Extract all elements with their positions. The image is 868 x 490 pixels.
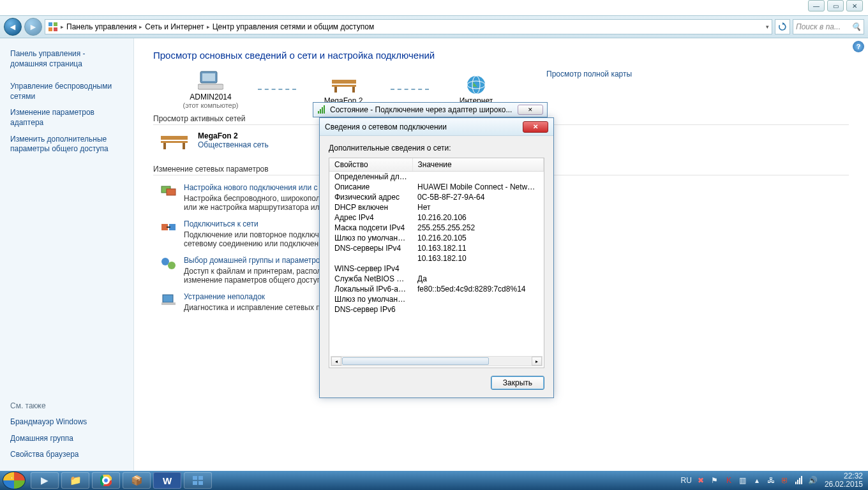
property-value: 10.163.182.11: [412, 243, 544, 253]
col-value[interactable]: Значение: [412, 158, 544, 172]
tray-folder-icon[interactable]: ▥: [738, 475, 748, 486]
refresh-button[interactable]: [775, 19, 790, 34]
maximize-button[interactable]: ▭: [827, 0, 844, 11]
close-button[interactable]: ✕: [846, 0, 863, 11]
property-name: Служба NetBIOS через...: [329, 274, 412, 284]
table-row[interactable]: Определенный для по...: [329, 172, 544, 182]
scroll-right-icon[interactable]: ▸: [532, 357, 542, 366]
property-name: DHCP включен: [329, 202, 412, 212]
clock[interactable]: 22:32 26.02.2015: [825, 472, 863, 489]
sidebar-homegroup-link[interactable]: Домашняя группа: [10, 434, 123, 444]
sidebar-home-link[interactable]: Панель управления - домашняя страница: [10, 49, 123, 69]
table-row[interactable]: Шлюз по умолчанию IP...: [329, 294, 544, 304]
table-row[interactable]: WINS-сервер IPv4: [329, 264, 544, 274]
svg-rect-16: [163, 143, 166, 149]
active-network-type-link[interactable]: Общественная сеть: [198, 140, 269, 149]
tray-kaspersky-icon[interactable]: K: [724, 475, 734, 486]
sidebar-link-sharing[interactable]: Изменить дополнительные параметры общего…: [10, 135, 123, 154]
map-connector: [258, 89, 296, 90]
breadcrumb-item[interactable]: Панель управления: [66, 22, 137, 31]
task-title-link[interactable]: Подключиться к сети: [184, 219, 319, 228]
svg-rect-15: [161, 141, 188, 143]
table-row[interactable]: Маска подсети IPv4255.255.255.252: [329, 223, 544, 233]
table-row[interactable]: DNS-сервер IPv6: [329, 304, 544, 315]
svg-rect-10: [352, 87, 355, 93]
svg-rect-29: [324, 105, 325, 114]
control-panel-icon: [48, 22, 58, 32]
table-row[interactable]: Адрес IPv410.216.20.106: [329, 212, 544, 223]
property-name: Физический адрес: [329, 192, 412, 202]
tray-flag-icon[interactable]: ⚑: [710, 475, 720, 486]
chevron-right-icon: ▸: [61, 24, 64, 30]
sidebar-firewall-link[interactable]: Брандмауэр Windows: [10, 417, 123, 427]
sidebar-link-adapter[interactable]: Изменение параметров адаптера: [10, 108, 123, 128]
task-title-link[interactable]: Устранение неполадок: [184, 292, 324, 301]
tray-signal-icon[interactable]: [794, 475, 804, 486]
svg-rect-9: [334, 87, 337, 93]
tray-up-icon[interactable]: ▴: [752, 475, 762, 486]
status-close-button[interactable]: ✕: [518, 105, 543, 115]
task-title-link[interactable]: Настройка нового подключения или с: [184, 183, 322, 192]
table-row[interactable]: Служба NetBIOS через...Да: [329, 274, 544, 284]
svg-rect-25: [161, 302, 176, 305]
table-row[interactable]: DHCP включенНет: [329, 202, 544, 212]
svg-rect-35: [193, 476, 197, 480]
tray-shield-icon[interactable]: ⛨: [780, 475, 790, 486]
taskbar-explorer[interactable]: 📁: [61, 472, 89, 489]
sidebar-link-wireless[interactable]: Управление беспроводными сетями: [10, 82, 123, 101]
svg-rect-40: [797, 480, 798, 484]
property-name: Описание: [329, 182, 412, 192]
dialog-titlebar[interactable]: Сведения о сетевом подключении ✕: [320, 118, 553, 136]
col-property[interactable]: Свойство: [329, 158, 412, 172]
property-name: Шлюз по умолчанию IP...: [329, 294, 412, 304]
task-desc: Доступ к файлам и принтерам, распол изме…: [184, 267, 322, 285]
signal-icon: [317, 105, 326, 114]
sidebar-browser-link[interactable]: Свойства браузера: [10, 450, 123, 460]
taskbar-media-player[interactable]: ▶: [31, 472, 59, 489]
taskbar-word[interactable]: W: [153, 472, 181, 489]
view-full-map-link[interactable]: Просмотр полной карты: [546, 70, 632, 78]
table-row[interactable]: DNS-серверы IPv410.163.182.11: [329, 243, 544, 253]
map-internet[interactable]: Интернет: [438, 73, 514, 105]
property-name: Маска подсети IPv4: [329, 223, 412, 233]
search-input[interactable]: Поиск в па... 🔍: [793, 19, 864, 34]
scroll-left-icon[interactable]: ◂: [331, 357, 341, 366]
dialog-subtitle: Дополнительные сведения о сети:: [329, 144, 544, 152]
forward-button[interactable]: ►: [24, 18, 42, 36]
horizontal-scrollbar[interactable]: ◂ ▸: [331, 356, 542, 366]
search-placeholder: Поиск в па...: [796, 22, 841, 31]
tray-close-icon[interactable]: ✖: [696, 475, 706, 486]
tray-network-icon[interactable]: 🖧: [766, 475, 776, 486]
breadcrumb-item[interactable]: Сеть и Интернет: [145, 22, 204, 31]
breadcrumb-item[interactable]: Центр управления сетями и общим доступом: [213, 22, 375, 31]
scroll-thumb[interactable]: [342, 357, 489, 365]
status-dialog-titlebar[interactable]: Состояние - Подключение через адаптер ши…: [313, 102, 548, 117]
troubleshoot-icon: [160, 292, 177, 308]
property-value: 10.216.20.105: [412, 233, 544, 243]
dialog-body: Дополнительные сведения о сети: Свойство…: [320, 136, 553, 397]
table-row[interactable]: ОписаниеHUAWEI Mobile Connect - Network …: [329, 182, 544, 192]
property-value: 10.163.182.10: [412, 253, 544, 264]
help-icon[interactable]: ?: [853, 41, 864, 52]
map-this-pc[interactable]: ADMIN2014 (этот компьютер): [172, 70, 249, 109]
system-tray: RU ✖ ⚑ K ▥ ▴ 🖧 ⛨ 🔊 22:32 26.02.2015: [681, 472, 865, 489]
taskbar-control-panel[interactable]: [184, 472, 212, 489]
network-details-dialog: Сведения о сетевом подключении ✕ Дополни…: [319, 117, 554, 398]
taskbar-winrar[interactable]: 📦: [123, 472, 151, 489]
dialog-close-button[interactable]: ✕: [523, 121, 548, 133]
table-row[interactable]: Шлюз по умолчанию IP...10.216.20.105: [329, 233, 544, 243]
table-row[interactable]: Локальный IPv6-адрес...fe80::b5ed:4c9d:8…: [329, 284, 544, 294]
taskbar-chrome[interactable]: [92, 472, 120, 489]
start-button[interactable]: [3, 471, 26, 489]
task-title-link[interactable]: Выбор домашней группы и параметро: [184, 256, 322, 265]
table-row[interactable]: Физический адрес0C-5B-8F-27-9A-64: [329, 192, 544, 202]
map-network[interactable]: MegaFon 2: [305, 73, 382, 105]
language-indicator[interactable]: RU: [681, 476, 692, 485]
breadcrumb[interactable]: ▸ Панель управления ▸ Сеть и Интернет ▸ …: [45, 19, 772, 34]
back-button[interactable]: ◄: [4, 18, 22, 36]
minimize-button[interactable]: —: [808, 0, 825, 11]
dropdown-icon[interactable]: ▾: [766, 24, 769, 30]
table-row[interactable]: 10.163.182.10: [329, 253, 544, 264]
close-button[interactable]: Закрыть: [491, 376, 544, 390]
tray-volume-icon[interactable]: 🔊: [808, 475, 818, 486]
